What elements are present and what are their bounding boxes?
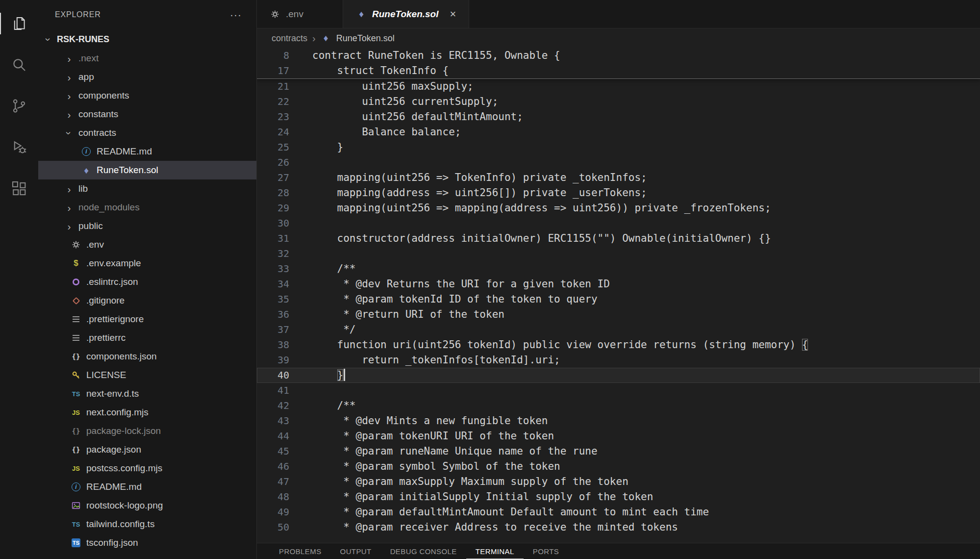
panel-tab-terminal[interactable]: TERMINAL [466,543,524,559]
file-.prettierrc[interactable]: .prettierrc [38,329,256,347]
folder-lib[interactable]: ›lib [38,179,256,198]
file-.prettierignore[interactable]: .prettierignore [38,310,256,329]
folder-components[interactable]: ›components [38,86,256,105]
code-line-46[interactable]: 46 * @param symbol Symbol of the token [257,459,980,474]
breadcrumb-file[interactable]: RuneToken.sol [336,33,395,44]
code-line-23[interactable]: 23 uint256 defaultMintAmount; [257,109,980,125]
explorer-icon[interactable] [0,3,38,44]
code-line-24[interactable]: 24 Balance balance; [257,125,980,140]
code-line-49[interactable]: 49 * @param defaultMintAmount Default am… [257,505,980,520]
code-line-45[interactable]: 45 * @param runeName Unique name of the … [257,444,980,459]
code-line-22[interactable]: 22 uint256 currentSupply; [257,94,980,109]
solidity-icon: ♦ [81,165,92,176]
more-actions-icon[interactable]: ··· [230,9,242,21]
breadcrumb: contracts › ♦ RuneToken.sol [257,28,980,48]
panel-tab-output[interactable]: OUTPUT [331,543,381,559]
code-line-42[interactable]: 42 /** [257,398,980,413]
gear-icon [71,239,81,250]
section-header-rsk-runes[interactable]: › RSK-RUNES [38,29,256,49]
code-line-34[interactable]: 34 * @dev Returns the URI for a given to… [257,277,980,292]
code-line-27[interactable]: 27 mapping(uint256 => TokenInfo) private… [257,170,980,185]
code-line-33[interactable]: 33 /** [257,261,980,277]
search-icon[interactable] [0,44,38,85]
code-line-30[interactable]: 30 [257,216,980,231]
file-.eslintrc.json[interactable]: .eslintrc.json [38,273,256,291]
matching-bracket: } [337,369,344,381]
code-editor[interactable]: 8contract RuneToken is ERC1155, Ownable … [257,48,980,543]
run-debug-icon[interactable] [0,127,38,168]
code-text: /** [312,261,356,277]
source-control-icon[interactable] [0,85,38,127]
folder-app[interactable]: ›app [38,68,256,86]
code-line-26[interactable]: 26 [257,155,980,170]
folder-node_modules[interactable]: ›node_modules [38,198,256,217]
file-next-env.d.ts[interactable]: TSnext-env.d.ts [38,384,256,403]
ts-icon: TS [71,519,81,530]
panel-tab-problems[interactable]: PROBLEMS [270,543,331,559]
code-line-37[interactable]: 37 */ [257,322,980,337]
code-line-38[interactable]: 38 function uri(uint256 tokenId) public … [257,337,980,353]
code-line-47[interactable]: 47 * @param maxSupply Maximum supply of … [257,474,980,489]
code-line-32[interactable]: 32 [257,246,980,261]
file-tailwind.config.ts[interactable]: TStailwind.config.ts [38,515,256,534]
code-line-35[interactable]: 35 * @param tokenId ID of the token to q… [257,292,980,307]
code-text: function uri(uint256 tokenId) public vie… [312,337,808,353]
file-components.json[interactable]: {}components.json [38,347,256,366]
close-icon[interactable]: × [450,9,456,20]
panel-tab-ports[interactable]: PORTS [524,543,568,559]
file-postcss.config.mjs[interactable]: JSpostcss.config.mjs [38,459,256,478]
code-line-31[interactable]: 31 constructor(address initialOwner) ERC… [257,231,980,246]
file-next.config.mjs[interactable]: JSnext.config.mjs [38,403,256,422]
file-package-lock.json[interactable]: {}package-lock.json [38,422,256,440]
code-line-8[interactable]: 8contract RuneToken is ERC1155, Ownable … [257,48,980,63]
code-line-44[interactable]: 44 * @param tokenURI URI of the token [257,429,980,444]
file-.gitignore[interactable]: .gitignore [38,291,256,310]
editor-group: .env♦RuneToken.sol× contracts › ♦ RuneTo… [257,0,980,559]
tab-runetoken.sol[interactable]: ♦RuneToken.sol× [343,0,469,28]
explorer-sidebar: EXPLORER ··· › RSK-RUNES ›.next›app›comp… [38,0,257,559]
file-license[interactable]: LICENSE [38,366,256,384]
code-line-21[interactable]: 21 uint256 maxSupply; [257,79,980,94]
code-line-25[interactable]: 25 } [257,140,980,155]
file-tsconfig.json[interactable]: TStsconfig.json [38,534,256,552]
item-label: constants [78,109,118,120]
file-runetoken.sol[interactable]: ♦RuneToken.sol [38,161,256,179]
code-line-17[interactable]: 17 struct TokenInfo { [257,63,980,78]
code-line-36[interactable]: 36 * @return URI of the token [257,307,980,322]
code-line-48[interactable]: 48 * @param initialSupply Initial supply… [257,489,980,505]
code-text: * @dev Mints a new fungible token [312,413,548,429]
code-line-43[interactable]: 43 * @dev Mints a new fungible token [257,413,980,429]
file-rootstock-logo.png[interactable]: rootstock-logo.png [38,496,256,515]
code-line-50[interactable]: 50 * @param receiver Address to receive … [257,520,980,535]
chevron-down-icon: › [44,35,54,44]
file-readme.md[interactable]: iREADME.md [38,142,256,161]
breadcrumb-folder[interactable]: contracts [272,33,307,44]
tab-.env[interactable]: .env [257,0,343,28]
panel-tab-debug-console[interactable]: DEBUG CONSOLE [381,543,466,559]
extensions-icon[interactable] [0,168,38,209]
folder-contracts[interactable]: ›contracts [38,124,256,142]
folder-.next[interactable]: ›.next [38,49,256,68]
code-line-40[interactable]: 40 } [257,368,980,383]
code-line-28[interactable]: 28 mapping(address => uint256[]) private… [257,185,980,201]
ts-icon: TS [71,388,81,399]
code-text: contract RuneToken is ERC1155, Ownable { [312,48,560,63]
file-readme.md[interactable]: iREADME.md [38,478,256,496]
chevron-right-icon: › [65,221,74,231]
code-text: * @dev Returns the URI for a given token… [312,277,610,292]
line-number: 38 [257,337,289,353]
line-number: 44 [257,429,289,444]
file-package.json[interactable]: {}package.json [38,440,256,459]
code-line-41[interactable]: 41 [257,383,980,398]
sticky-scroll: 8contract RuneToken is ERC1155, Ownable … [257,48,980,79]
line-number: 30 [257,216,289,231]
file-.env[interactable]: .env [38,235,256,254]
image-icon [71,500,81,511]
file-.env.example[interactable]: $.env.example [38,254,256,273]
code-line-29[interactable]: 29 mapping(uint256 => mapping(address =>… [257,201,980,216]
item-label: node_modules [78,202,140,213]
folder-constants[interactable]: ›constants [38,105,256,124]
code-text: * @param tokenURI URI of the token [312,429,554,444]
folder-public[interactable]: ›public [38,217,256,235]
code-line-39[interactable]: 39 return _tokenInfos[tokenId].uri; [257,353,980,368]
